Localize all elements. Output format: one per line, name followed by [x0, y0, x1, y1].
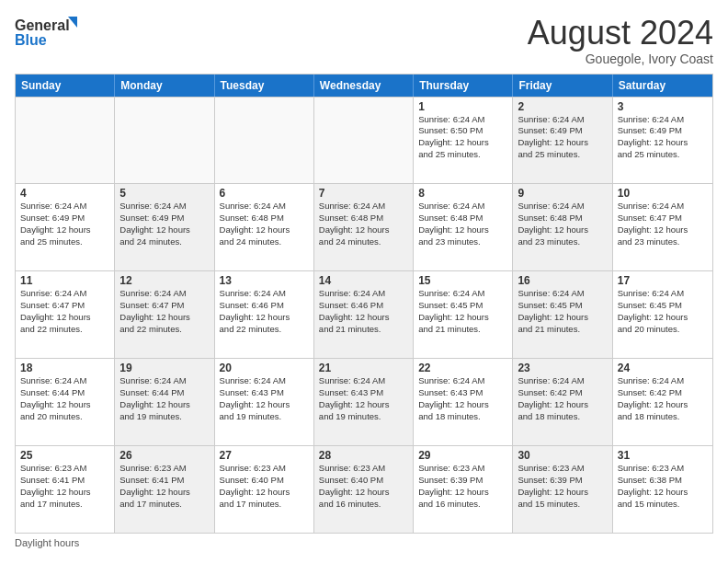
cell-line: Sunrise: 6:24 AM [119, 375, 209, 387]
cell-line: and 17 minutes. [220, 499, 309, 511]
cal-cell: 11Sunrise: 6:24 AMSunset: 6:47 PMDayligh… [16, 271, 115, 358]
cell-line: Daylight: 12 hours [518, 487, 607, 499]
header: General Blue August 2024 Gouegole, Ivory… [15, 15, 713, 66]
cell-line: Sunset: 6:42 PM [518, 387, 607, 399]
cal-cell: 21Sunrise: 6:24 AMSunset: 6:43 PMDayligh… [314, 359, 414, 445]
calendar: SundayMondayTuesdayWednesdayThursdayFrid… [15, 74, 713, 534]
cal-cell [215, 98, 314, 184]
cell-line: Sunset: 6:38 PM [618, 475, 708, 487]
cell-line: Sunrise: 6:24 AM [418, 114, 507, 126]
day-number: 1 [418, 100, 507, 113]
cell-line: Sunrise: 6:24 AM [20, 201, 109, 213]
day-number: 18 [20, 362, 109, 374]
cell-line: Daylight: 12 hours [418, 224, 507, 236]
cal-cell: 31Sunrise: 6:23 AMSunset: 6:38 PMDayligh… [613, 446, 712, 533]
cell-line: Daylight: 12 hours [418, 399, 507, 411]
cal-week-1: 4Sunrise: 6:24 AMSunset: 6:49 PMDaylight… [16, 183, 712, 270]
cell-line: and 24 minutes. [319, 236, 408, 248]
cell-line: and 21 minutes. [518, 324, 607, 336]
day-number: 7 [319, 187, 408, 200]
day-number: 27 [220, 449, 309, 462]
day-number: 16 [518, 274, 607, 287]
cal-cell: 1Sunrise: 6:24 AMSunset: 6:50 PMDaylight… [414, 98, 513, 184]
cal-cell: 20Sunrise: 6:24 AMSunset: 6:43 PMDayligh… [215, 359, 314, 445]
cell-line: and 20 minutes. [618, 324, 708, 336]
cell-line: Sunset: 6:47 PM [119, 300, 209, 312]
cell-line: Sunset: 6:43 PM [220, 387, 309, 399]
cell-line: Daylight: 12 hours [518, 312, 607, 324]
cell-line: Sunrise: 6:24 AM [618, 114, 708, 126]
cell-line: Daylight: 12 hours [319, 312, 408, 324]
cell-line: and 17 minutes. [20, 499, 109, 511]
cal-cell: 26Sunrise: 6:23 AMSunset: 6:41 PMDayligh… [115, 446, 214, 533]
cell-line: and 16 minutes. [418, 499, 507, 511]
day-number: 21 [319, 362, 408, 374]
cell-line: Daylight: 12 hours [220, 399, 309, 411]
day-number: 11 [20, 274, 109, 287]
day-number: 5 [119, 187, 209, 200]
day-number: 29 [418, 449, 507, 462]
cell-line: Sunset: 6:41 PM [20, 475, 109, 487]
cell-line: Daylight: 12 hours [20, 224, 109, 236]
cell-line: Daylight: 12 hours [119, 399, 209, 411]
day-number: 4 [20, 187, 109, 200]
day-number: 3 [618, 100, 708, 113]
cal-cell: 14Sunrise: 6:24 AMSunset: 6:46 PMDayligh… [314, 271, 414, 358]
cell-line: and 23 minutes. [418, 236, 507, 248]
cell-line: Daylight: 12 hours [518, 399, 607, 411]
cell-line: Sunset: 6:48 PM [418, 213, 507, 224]
cell-line: and 18 minutes. [618, 411, 708, 423]
day-header-tuesday: Tuesday [215, 75, 314, 97]
cell-line: Sunset: 6:39 PM [518, 475, 607, 487]
cell-line: Daylight: 12 hours [618, 312, 708, 324]
cal-week-0: 1Sunrise: 6:24 AMSunset: 6:50 PMDaylight… [16, 97, 712, 184]
cal-week-4: 25Sunrise: 6:23 AMSunset: 6:41 PMDayligh… [16, 445, 712, 533]
cell-line: Sunset: 6:45 PM [618, 300, 708, 312]
cell-line: Sunrise: 6:24 AM [220, 201, 309, 213]
cell-line: and 24 minutes. [220, 236, 309, 248]
cell-line: and 25 minutes. [418, 149, 507, 161]
cell-line: Sunrise: 6:24 AM [418, 201, 507, 213]
day-number: 19 [119, 362, 209, 374]
cell-line: and 21 minutes. [418, 324, 507, 336]
cell-line: Daylight: 12 hours [119, 487, 209, 499]
cell-line: Sunset: 6:50 PM [418, 125, 507, 137]
cell-line: Daylight: 12 hours [518, 224, 607, 236]
cell-line: Daylight: 12 hours [319, 487, 408, 499]
month-title: August 2024 [528, 15, 713, 52]
cell-line: and 15 minutes. [618, 499, 708, 511]
cal-cell [314, 98, 414, 184]
day-header-monday: Monday [115, 75, 214, 97]
cal-cell: 28Sunrise: 6:23 AMSunset: 6:40 PMDayligh… [314, 446, 414, 533]
cell-line: Sunset: 6:49 PM [20, 213, 109, 224]
cell-line: Sunrise: 6:23 AM [119, 463, 209, 475]
footer-note: Daylight hours [15, 537, 713, 548]
cell-line: Sunrise: 6:23 AM [418, 463, 507, 475]
cal-cell: 6Sunrise: 6:24 AMSunset: 6:48 PMDaylight… [215, 184, 314, 270]
cell-line: Sunset: 6:48 PM [319, 213, 408, 224]
cell-line: Sunset: 6:48 PM [220, 213, 309, 224]
cell-line: Sunrise: 6:24 AM [618, 201, 708, 213]
cell-line: Sunset: 6:39 PM [418, 475, 507, 487]
cell-line: Sunset: 6:49 PM [518, 125, 607, 137]
cell-line: Daylight: 12 hours [119, 312, 209, 324]
cell-line: Sunset: 6:46 PM [319, 300, 408, 312]
day-number: 12 [119, 274, 209, 287]
cell-line: Sunset: 6:41 PM [119, 475, 209, 487]
cell-line: Sunrise: 6:24 AM [418, 288, 507, 300]
cell-line: Sunset: 6:47 PM [20, 300, 109, 312]
day-number: 13 [220, 274, 309, 287]
cell-line: Daylight: 12 hours [20, 399, 109, 411]
day-number: 22 [418, 362, 507, 374]
cal-cell: 5Sunrise: 6:24 AMSunset: 6:49 PMDaylight… [115, 184, 214, 270]
cal-cell: 25Sunrise: 6:23 AMSunset: 6:41 PMDayligh… [16, 446, 115, 533]
day-number: 24 [618, 362, 708, 374]
cal-cell: 2Sunrise: 6:24 AMSunset: 6:49 PMDaylight… [513, 98, 612, 184]
cell-line: Daylight: 12 hours [319, 399, 408, 411]
cell-line: Daylight: 12 hours [220, 224, 309, 236]
cell-line: and 25 minutes. [518, 149, 607, 161]
day-number: 10 [618, 187, 708, 200]
cal-cell: 18Sunrise: 6:24 AMSunset: 6:44 PMDayligh… [16, 359, 115, 445]
cell-line: and 16 minutes. [319, 499, 408, 511]
cal-cell: 19Sunrise: 6:24 AMSunset: 6:44 PMDayligh… [115, 359, 214, 445]
